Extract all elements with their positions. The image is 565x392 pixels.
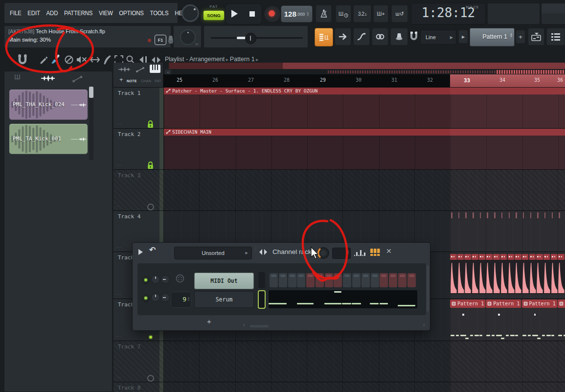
wait-for-input-button[interactable]: Ш — [336, 5, 351, 23]
tab-audio-clips-icon[interactable] — [118, 66, 130, 73]
step-10[interactable] — [352, 273, 361, 287]
picker-scrollbar-thumb[interactable] — [89, 87, 93, 98]
track-header-4[interactable]: Track 4 — [118, 213, 140, 220]
menu-item-patterns[interactable]: PATTERNS — [64, 9, 92, 17]
f1-help-icon[interactable]: F1 — [155, 35, 166, 45]
kick-waveform[interactable] — [529, 261, 537, 294]
delete-tool-icon[interactable] — [64, 55, 74, 65]
stop-button[interactable] — [249, 11, 255, 17]
picker-item-2[interactable]: PML_TA_Kick_001 — [9, 124, 88, 154]
slice-tool-icon[interactable] — [102, 54, 112, 65]
menu-item-add[interactable]: ADD — [46, 9, 58, 17]
rack-close-icon[interactable]: ✕ — [386, 247, 392, 255]
breadcrumb-item[interactable]: Playlist - Arrangement — [165, 56, 225, 63]
pattern-prev-button[interactable]: ▶ — [458, 30, 468, 44]
step-8[interactable] — [334, 273, 342, 287]
kick-waveform[interactable] — [515, 261, 522, 294]
pattern-clip-header[interactable]: Pattern 1 — [522, 300, 557, 308]
tab-chan-label[interactable]: CHAN — [141, 79, 151, 83]
picker-panel-button[interactable] — [528, 28, 544, 46]
picker-tab-audio-icon[interactable] — [41, 74, 55, 83]
channel-selected-indicator[interactable] — [258, 290, 266, 309]
rack-scrollbar-thumb[interactable] — [250, 325, 269, 327]
track-options-dots[interactable]: ... — [116, 120, 122, 125]
kick-waveform[interactable] — [558, 261, 565, 294]
kick-waveform[interactable] — [472, 261, 479, 294]
step-15[interactable] — [398, 273, 407, 287]
pattern-clip[interactable]: Pattern 1 — [558, 299, 565, 341]
kick-waveform[interactable] — [500, 261, 508, 294]
time-display[interactable]: 1:28:12 M:S:CS — [411, 3, 486, 24]
piano-roll-preview[interactable] — [269, 290, 417, 308]
step-11[interactable] — [362, 273, 370, 287]
snap-selector[interactable]: Line ▶ — [420, 30, 456, 45]
song-mode-badge[interactable]: SONG — [203, 11, 224, 20]
pat-song-toggle[interactable]: PAT SONG — [203, 4, 224, 23]
clip-body[interactable] — [164, 94, 565, 128]
kick-waveform[interactable] — [522, 261, 529, 294]
tab-pat-label[interactable]: PAT — [155, 79, 161, 83]
slider-thumb[interactable] — [245, 33, 256, 44]
metronome-button[interactable] — [316, 5, 332, 23]
audio-clip-header[interactable] — [464, 254, 471, 260]
track-options-dots[interactable]: ... — [116, 161, 122, 166]
tempo-spinner-icon[interactable]: ▲▼ — [306, 12, 309, 17]
playlist-toggle-button[interactable]: Ш — [315, 28, 333, 46]
channel-led[interactable] — [142, 277, 150, 284]
pattern-clip-header[interactable]: Pattern 1 — [486, 300, 521, 308]
kick-waveform[interactable] — [508, 261, 515, 294]
audio-clip-header[interactable] — [543, 254, 550, 260]
kick-waveform[interactable] — [464, 261, 472, 294]
overdub-button[interactable]: Ш+ — [373, 5, 388, 23]
step-13[interactable] — [380, 273, 388, 287]
menu-item-tools[interactable]: TOOLS — [150, 9, 169, 17]
channel-pan-knob[interactable] — [151, 293, 160, 302]
clip-body[interactable] — [164, 136, 565, 169]
play-button[interactable] — [231, 10, 238, 18]
main-pitch-knob[interactable] — [180, 29, 196, 45]
main-volume-slider[interactable] — [211, 37, 303, 39]
pattern-clip[interactable]: Pattern 1 — [486, 299, 521, 341]
clip-track2[interactable]: SIDECHAIN MAIN — [164, 128, 565, 169]
channel-button-midi-out[interactable]: MIDI Out — [194, 273, 254, 289]
browser-toggle-button[interactable] — [546, 28, 565, 46]
step-5[interactable] — [306, 273, 315, 287]
channel-volume-knob[interactable] — [161, 293, 170, 302]
menu-item-edit[interactable]: EDIT — [27, 9, 40, 17]
rack-scroll-left-icon[interactable]: ‹ — [243, 322, 245, 327]
track-header-2[interactable]: Track 2 — [118, 131, 140, 138]
kick-waveform[interactable] — [479, 261, 486, 294]
channel-button-serum[interactable]: Serum — [194, 291, 254, 308]
audio-clip-header[interactable] — [472, 254, 478, 260]
pencil-tool-icon[interactable] — [39, 55, 49, 65]
link-button[interactable] — [372, 28, 388, 46]
track-performance-icon[interactable] — [147, 375, 154, 382]
rack-swap-icon[interactable]: ↶ — [149, 245, 156, 254]
audio-clip-header[interactable] — [558, 254, 565, 260]
step-edit-button[interactable] — [335, 28, 351, 46]
step-16[interactable] — [407, 273, 416, 287]
audio-clip-header[interactable] — [457, 254, 464, 260]
channel-led[interactable] — [142, 295, 150, 302]
slide-note-button[interactable] — [353, 28, 370, 46]
pattern-clip[interactable]: Pattern 1 — [450, 299, 486, 341]
step-3[interactable] — [288, 273, 296, 287]
track-options-dots[interactable]: ... — [116, 244, 122, 249]
menu-item-file[interactable]: FILE — [10, 9, 22, 17]
audio-clip-header[interactable] — [493, 254, 500, 260]
add-track-button[interactable]: + — [119, 76, 123, 83]
channel-rack-window[interactable]: ↶ Unsorted ▶ ⋮ Channel rack ▲▼ ✕ MIDI Ou… — [132, 242, 430, 331]
track-performance-icon[interactable] — [147, 204, 154, 210]
step-9[interactable] — [343, 273, 351, 287]
pattern-spinner-icon[interactable]: ▲▼ — [510, 33, 513, 38]
step-1[interactable] — [270, 273, 278, 287]
step-2[interactable] — [279, 273, 287, 287]
tab-patterns-icon[interactable] — [150, 65, 160, 73]
breadcrumb-item[interactable]: Pattern 1 — [230, 56, 255, 63]
track-options-dots[interactable]: ... — [116, 291, 122, 296]
step-7[interactable] — [325, 273, 333, 287]
kick-waveform[interactable] — [457, 261, 465, 294]
record-button[interactable] — [264, 5, 281, 23]
track-header-1[interactable]: Track 1 — [118, 90, 140, 96]
mute-tool-icon[interactable] — [76, 55, 88, 65]
